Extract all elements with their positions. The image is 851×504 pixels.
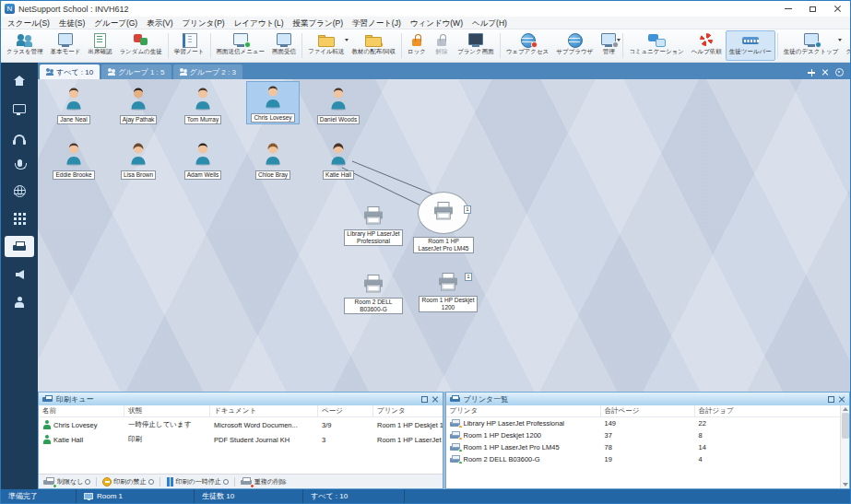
group-icon <box>180 68 187 76</box>
web-access-icon <box>519 33 536 47</box>
menu-student[interactable]: 生徒(S) <box>54 17 89 29</box>
minimize-button[interactable] <box>775 1 800 17</box>
toolbar-student-desktop[interactable]: 生徒のデスクトップ <box>780 30 843 61</box>
student-ajay-pathak[interactable]: Ajay Pathak <box>112 83 165 126</box>
toolbar-distribute-collect[interactable]: 教材の配布/回収 <box>349 30 399 61</box>
toolbar-student-toolbar[interactable]: 生徒ツールバー <box>726 30 775 61</box>
printer-list-row[interactable]: Library HP LaserJet Professional 149 22 <box>446 417 841 429</box>
printer-list-row[interactable]: Room 1 HP LaserJet Pro LM45 78 14 <box>446 441 841 453</box>
printer-hp-deskjet-1200[interactable]: 1 Room 1 HP Deskjet 1200 <box>419 273 478 312</box>
student-chloe-bray[interactable]: Chloe Bray <box>246 138 300 182</box>
tab-group-1[interactable]: グループ 1 : 5 <box>101 64 171 79</box>
printer-list-scrollbar[interactable] <box>840 405 849 488</box>
sidebar-item-print-management[interactable] <box>5 236 34 257</box>
action-delete-duplicates[interactable]: 重複の削除 <box>241 477 287 486</box>
toolbar-web-access[interactable]: ウェブアクセス <box>502 30 553 61</box>
menu-printer[interactable]: プリンタ(P) <box>178 17 230 29</box>
sidebar-item-audio[interactable] <box>5 125 34 147</box>
toolbar-basic-mode[interactable]: 基本モード <box>47 30 85 61</box>
menu-group[interactable]: グループ(G) <box>89 17 142 29</box>
toolbar-file-transfer[interactable]: ファイル転送 <box>304 30 349 61</box>
sidebar-item-register[interactable] <box>5 291 34 312</box>
toolbar-random-student[interactable]: ランダムの生徒 <box>115 30 165 61</box>
printer-library-laserjet[interactable]: Library HP LaserJet Professional <box>344 206 403 246</box>
printer-highlight-circle[interactable]: 1 <box>418 192 469 234</box>
toolbar-communicate[interactable]: コミュニケーション <box>625 30 688 61</box>
printer-list-row[interactable]: Room 1 HP Deskjet 1200 37 8 <box>446 429 841 441</box>
sidebar-item-monitor[interactable] <box>5 98 34 119</box>
toolbar-co-browser[interactable]: サブブラウザ <box>552 30 597 61</box>
close-panel-icon[interactable] <box>838 395 845 403</box>
scroll-thumb[interactable] <box>842 413 849 439</box>
menu-journal[interactable]: 学習ノート(J) <box>348 17 406 29</box>
student-jane-neal[interactable]: Jane Neal <box>47 83 100 126</box>
print-queue-row[interactable]: Katie Hall 印刷 PDF Student Journal KH 3 R… <box>39 432 443 447</box>
queue-name: Chris Lovesey <box>53 421 98 429</box>
sidebar-item-microphone[interactable] <box>5 153 34 174</box>
column-header-document[interactable]: ドキュメント <box>210 405 318 416</box>
blank-screen-icon <box>467 33 484 47</box>
action-block-printing[interactable]: 印刷の禁止 <box>102 477 153 486</box>
menu-lesson-plan[interactable]: 授業プラン(P) <box>289 17 348 29</box>
toolbar-show-menu[interactable]: 画面送信メニュー <box>213 30 268 61</box>
printer-dell-b03600g[interactable]: Room 2 DELL B03600-G <box>344 275 403 314</box>
close-panel-icon[interactable] <box>431 395 439 403</box>
column-header-total-jobs[interactable]: 合計ジョブ <box>695 405 841 416</box>
student-lisa-brown[interactable]: Lisa Brown <box>112 138 165 182</box>
action-pause-printing[interactable]: 印刷の一時停止 <box>166 477 229 486</box>
status-filler <box>405 489 850 503</box>
menu-help[interactable]: ヘルプ(H) <box>467 17 512 29</box>
column-header-total-pages[interactable]: 合計ページ <box>601 405 695 416</box>
student-avatar-icon <box>63 141 85 170</box>
toolbar-manage[interactable]: 管理 <box>597 30 621 61</box>
toolbar-lock[interactable]: ロック <box>404 30 430 61</box>
action-unrestricted[interactable]: 制限なし <box>43 477 90 486</box>
toolbar-label: 生徒ツールバー <box>729 48 772 56</box>
sidebar-item-home[interactable] <box>5 70 34 91</box>
gear-icon[interactable] <box>835 68 844 76</box>
pin-panel-icon[interactable] <box>828 396 834 403</box>
toolbar-journal[interactable]: 学習ノート <box>171 30 208 61</box>
scroll-up-icon[interactable] <box>843 407 848 411</box>
printer-list-row[interactable]: Room 2 DELL B03600-G 19 4 <box>446 453 841 465</box>
sidebar-item-web[interactable] <box>5 181 34 202</box>
toolbar-manage-class[interactable]: クラスを管理 <box>3 30 47 61</box>
toolbar-blank-screen[interactable]: ブランク画面 <box>454 30 498 61</box>
toolbar-attendance[interactable]: 出席確認 <box>84 30 115 61</box>
menu-school[interactable]: スクール(S) <box>3 17 54 29</box>
toolbar-separator <box>401 33 402 58</box>
student-adam-wells[interactable]: Adam Wells <box>176 138 230 182</box>
student-daniel-woods[interactable]: Daniel Woods <box>312 83 365 126</box>
student-chris-lovesey-selected[interactable]: Chris Lovesey <box>246 81 300 124</box>
column-header-status[interactable]: 状態 <box>124 405 210 416</box>
tab-label: グループ 1 : 5 <box>118 67 164 77</box>
pin-panel-icon[interactable] <box>421 396 428 403</box>
printer-laserjet-lm45-label[interactable]: Room 1 HP LaserJet Pro LM45 <box>412 236 475 253</box>
tab-group-2[interactable]: グループ 2 : 3 <box>173 64 242 79</box>
menu-view[interactable]: 表示(V) <box>142 17 177 29</box>
student-katie-hall[interactable]: Katie Hall <box>312 138 365 182</box>
close-button[interactable] <box>825 1 850 17</box>
status-student-count: 生徒数 10 <box>195 489 303 503</box>
student-eddie-brooke[interactable]: Eddie Brooke <box>47 138 100 182</box>
remove-group-icon[interactable] <box>821 69 829 76</box>
print-queue-row[interactable]: Chris Lovesey 一時停止しています Microsoft Word D… <box>39 417 443 432</box>
menu-layout[interactable]: レイアウト(L) <box>230 17 289 29</box>
tab-all[interactable]: すべて : 10 <box>40 64 100 79</box>
toolbar-view-screen[interactable]: 画面受信 <box>268 30 300 61</box>
toolbar-quick-launch[interactable]: クイック起動 <box>842 30 851 61</box>
toolbar-unlock[interactable]: 解除 <box>430 30 454 61</box>
menu-window[interactable]: ウィンドウ(W) <box>406 17 467 29</box>
column-header-pages[interactable]: ページ <box>318 405 373 416</box>
sidebar-item-applications[interactable] <box>5 208 34 229</box>
maximize-button[interactable] <box>800 1 825 17</box>
column-header-name[interactable]: 名前 <box>39 405 124 416</box>
toolbar-help-request[interactable]: ヘルプ依頼 <box>688 30 726 61</box>
scroll-down-icon[interactable] <box>843 483 848 486</box>
column-header-printer[interactable]: プリンタ <box>446 405 601 416</box>
app-icon <box>5 4 15 14</box>
add-group-icon[interactable] <box>808 69 815 76</box>
sidebar-item-announce[interactable] <box>5 264 34 285</box>
student-tom-murray[interactable]: Tom Murray <box>176 83 230 126</box>
column-header-printer[interactable]: プリンタ <box>373 405 443 416</box>
